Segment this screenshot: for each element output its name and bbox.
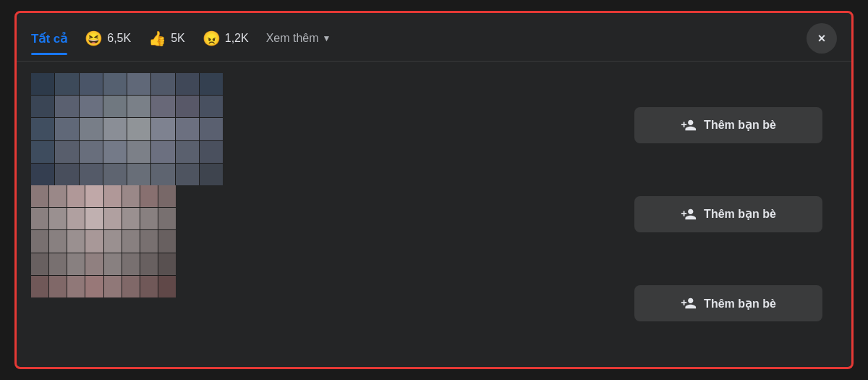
pixel-cell (55, 164, 78, 185)
pixel-cell (55, 141, 78, 163)
pixel-cell (49, 230, 67, 252)
tab-like[interactable]: 👍 5K (148, 31, 185, 53)
tab-haha[interactable]: 😆 6,5K (85, 31, 131, 53)
pixel-cell (122, 230, 140, 252)
pixel-cell (104, 253, 122, 275)
content-area: Thêm bạn bè Thêm bạn bè Thêm bạn bè (17, 62, 851, 367)
pixel-cell (55, 118, 78, 140)
reactions-modal: Tất cả 😆 6,5K 👍 5K 😠 1,2K Xem thêm ▼ × (14, 11, 854, 369)
pixel-cell (151, 118, 174, 140)
pixel-cell (200, 118, 223, 140)
avatar-pixel-1 (31, 73, 223, 185)
pixel-cell (85, 208, 103, 229)
pixel-cell (127, 73, 150, 95)
pixel-cell (104, 185, 122, 207)
pixel-cell (67, 185, 85, 207)
add-friend-icon-3 (681, 295, 697, 311)
pixel-cell (176, 164, 199, 185)
add-friend-button-3[interactable]: Thêm bạn bè (634, 285, 822, 321)
pixel-cell (151, 73, 174, 95)
pixel-cell (122, 208, 140, 229)
add-friend-label-1: Thêm bạn bè (704, 118, 776, 132)
pixel-cell (31, 141, 54, 163)
angry-count: 1,2K (225, 32, 249, 45)
pixel-cell (67, 230, 85, 252)
avatar-pixel-2 (31, 185, 176, 297)
pixel-cell (127, 96, 150, 117)
pixel-cell (140, 208, 158, 229)
pixel-cell (200, 96, 223, 117)
pixel-cell (80, 164, 103, 185)
pixel-cell (122, 276, 140, 297)
add-friend-label-2: Thêm bạn bè (704, 207, 776, 221)
pixel-cell (103, 118, 127, 140)
tab-all[interactable]: Tất cả (31, 31, 67, 54)
pixel-cell (31, 276, 48, 297)
add-friend-icon-1 (681, 117, 697, 133)
pixel-cell (31, 118, 54, 140)
pixel-cell (200, 164, 223, 185)
pixel-cell (127, 164, 150, 185)
pixel-cell (85, 276, 103, 297)
pixel-cell (31, 73, 54, 95)
pixel-cell (104, 230, 122, 252)
pixel-cell (158, 208, 176, 229)
pixel-cell (67, 208, 85, 229)
pixel-cell (200, 73, 223, 95)
pixel-cell (85, 253, 103, 275)
pixel-cell (103, 164, 127, 185)
tab-bar: Tất cả 😆 6,5K 👍 5K 😠 1,2K Xem thêm ▼ × (17, 13, 851, 61)
pixel-cell (80, 96, 103, 117)
pixel-cell (49, 253, 67, 275)
pixel-cell (127, 118, 150, 140)
pixel-cell (158, 230, 176, 252)
pixel-cell (151, 141, 174, 163)
pixel-cell (67, 276, 85, 297)
add-friend-icon-2 (681, 206, 697, 222)
pixel-cell (31, 164, 54, 185)
pixel-cell (151, 96, 174, 117)
pixel-cell (200, 141, 223, 163)
haha-count: 6,5K (107, 32, 131, 45)
pixel-cell (176, 73, 199, 95)
pixel-cell (176, 118, 199, 140)
pixel-cell (104, 276, 122, 297)
pixel-cell (103, 96, 127, 117)
pixel-cell (158, 276, 176, 297)
pixel-cell (31, 230, 48, 252)
tab-more[interactable]: Xem thêm ▼ (266, 32, 331, 52)
pixel-cell (158, 185, 176, 207)
add-friend-button-2[interactable]: Thêm bạn bè (634, 196, 822, 232)
pixel-cell (103, 141, 127, 163)
close-button[interactable]: × (807, 23, 837, 54)
haha-emoji: 😆 (85, 31, 103, 46)
pixel-cell (104, 208, 122, 229)
pixel-cell (31, 253, 48, 275)
like-emoji: 👍 (148, 31, 166, 46)
pixel-cell (80, 73, 103, 95)
pixel-cell (103, 73, 127, 95)
pixel-cell (158, 253, 176, 275)
pixel-cell (55, 96, 78, 117)
add-friend-button-1[interactable]: Thêm bạn bè (634, 107, 822, 143)
pixel-cell (151, 164, 174, 185)
pixel-cell (49, 208, 67, 229)
avatars-column (31, 73, 263, 355)
pixel-cell (140, 253, 158, 275)
pixel-cell (31, 185, 48, 207)
pixel-cell (55, 73, 78, 95)
pixel-cell (85, 185, 103, 207)
pixel-cell (49, 276, 67, 297)
pixel-cell (140, 276, 158, 297)
pixel-cell (140, 185, 158, 207)
chevron-down-icon: ▼ (323, 33, 331, 43)
pixel-cell (49, 185, 67, 207)
pixel-cell (176, 141, 199, 163)
tab-angry[interactable]: 😠 1,2K (203, 31, 249, 53)
pixel-cell (31, 96, 54, 117)
pixel-cell (80, 141, 103, 163)
pixel-cell (122, 253, 140, 275)
pixel-cell (67, 253, 85, 275)
pixel-cell (176, 96, 199, 117)
pixel-cell (140, 230, 158, 252)
